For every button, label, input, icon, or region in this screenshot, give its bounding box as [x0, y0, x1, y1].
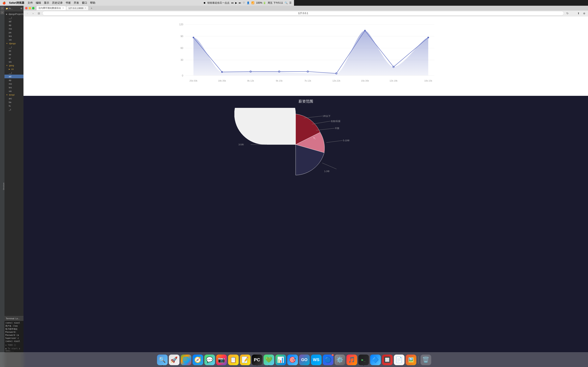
tree-item-ad2-active[interactable]: ad	[4, 75, 24, 78]
browser-tab-local[interactable]: 127.0.0.1:8000 ✕	[66, 6, 88, 10]
svg-text:25k-50k: 25k-50k	[190, 80, 198, 82]
menu-edit[interactable]: 编辑	[36, 1, 41, 5]
minimize-button[interactable]	[29, 7, 31, 9]
tab1-label: 拉勾网可视化数据后台	[39, 7, 61, 9]
tree-folder-gang[interactable]: ▼ gang	[4, 64, 24, 67]
media-prev[interactable]: ⏮	[231, 1, 233, 4]
tree-item-vie1[interactable]: vie	[4, 38, 24, 42]
ide-sidebar: 📁 Pr... ⚙ ▶ djangoProject12... __i ad ap	[4, 6, 24, 184]
apple-menu[interactable]: 🍎	[2, 1, 6, 4]
browser-toolbar: ‹ › ⊟ 127.0.0.1 ↻ ⬆ ⊕	[24, 11, 294, 16]
tab2-close[interactable]: ✕	[85, 7, 86, 9]
tree-item-ur[interactable]: ur	[4, 56, 24, 60]
ide-left-icons: P S	[0, 6, 4, 184]
media-play[interactable]: ▶	[235, 1, 237, 4]
area-fill	[194, 31, 294, 75]
media-next[interactable]: ⏭	[239, 1, 241, 4]
svg-text:8k-12k: 8k-12k	[247, 80, 254, 82]
maximize-button[interactable]	[32, 7, 35, 9]
svg-text:30: 30	[181, 58, 183, 61]
user-icon: 👤	[247, 1, 250, 4]
ide-settings-icon[interactable]: ⚙	[20, 7, 22, 9]
tree-item-fu[interactable]: fu	[4, 104, 24, 108]
line-chart-section: 120 90 60 30 0	[24, 16, 294, 96]
svg-text:90: 90	[181, 35, 183, 38]
browser-window: P S 📁 Pr... ⚙ ▶ djangoProject12... __i a…	[0, 6, 294, 184]
menu-items: 文件 编辑 显示 历史记录 书签 开发 窗口 帮助	[27, 1, 95, 5]
tree-item-pa[interactable]: pa	[4, 31, 24, 34]
record-icon: ⏺	[203, 1, 206, 4]
browser-main: 拉勾网可视化数据后台 ✕ 127.0.0.1:8000 ✕ + ‹ › ⊟ 12…	[24, 6, 294, 184]
tree-item-tes1[interactable]: tes	[4, 34, 24, 38]
macos-menubar: 🍎 Safari浏览器 文件 编辑 显示 历史记录 书签 开发 窗口 帮助 ⏺ …	[0, 0, 294, 6]
back-button[interactable]: ‹	[25, 11, 30, 16]
tree-item-se[interactable]: se	[4, 53, 24, 56]
app-name: Safari浏览器	[9, 1, 24, 5]
menu-history[interactable]: 历史记录	[52, 1, 63, 5]
svg-text:3-5年: 3-5年	[238, 143, 244, 146]
structure-tab[interactable]: Structure	[4, 183, 5, 184]
wifi-icon: 📶	[251, 1, 254, 4]
tree-folder-mi[interactable]: ▶ mi	[4, 67, 24, 71]
menu-window[interactable]: 窗口	[82, 1, 87, 5]
svg-text:120: 120	[179, 23, 183, 26]
tree-item-ws[interactable]: ws	[4, 60, 24, 64]
new-tab-button[interactable]: +	[89, 6, 94, 10]
tree-folder-templ[interactable]: ▼ templ	[4, 93, 24, 97]
menu-dev[interactable]: 开发	[74, 1, 79, 5]
line-chart-svg: 120 90 60 30 0	[27, 18, 294, 92]
address-bar[interactable]: 127.0.0.1	[42, 11, 294, 16]
datetime: 周五 下午5:11	[268, 1, 283, 5]
tree-item-mo2[interactable]: mo	[4, 82, 24, 86]
tree-item-vie2[interactable]: vie	[4, 89, 24, 93]
sidebar-toggle[interactable]: ⊟	[36, 11, 41, 16]
tree-item-djangoproject[interactable]: ▶ djangoProject12...	[4, 12, 24, 16]
tree-item-c[interactable]: _c	[4, 108, 24, 111]
ide-icon-structure[interactable]: S	[0, 11, 4, 14]
forward-button[interactable]: ›	[31, 11, 35, 16]
pie-chart-svg: 1年以下 在校/应届 不限 5-10年 1-3年	[234, 108, 294, 179]
ide-icon-project[interactable]: P	[0, 7, 4, 10]
menu-view[interactable]: 显示	[44, 1, 49, 5]
heart-icon: ♡	[243, 1, 245, 4]
svg-text:9k-15k: 9k-15k	[276, 80, 283, 82]
tree-item-ad1[interactable]: ad	[4, 20, 24, 23]
pie-chart-section: 薪资范围	[24, 96, 294, 184]
tree-item-ap2[interactable]: ap	[4, 78, 24, 82]
svg-text:0: 0	[182, 74, 183, 77]
tree-item-ap1[interactable]: ap	[4, 23, 24, 27]
battery-text: 100% 🔋	[256, 1, 266, 4]
page-content: 120 90 60 30 0	[24, 16, 294, 184]
address-url: 127.0.0.1	[44, 12, 294, 15]
notification-text: 轻轻靠近你又一点点	[208, 1, 229, 5]
svg-text:18k-35k: 18k-35k	[218, 80, 226, 82]
menu-bookmarks[interactable]: 书签	[66, 1, 71, 5]
menu-file[interactable]: 文件	[27, 1, 33, 5]
menu-help[interactable]: 帮助	[90, 1, 95, 5]
tree-item-init3[interactable]: __i	[4, 71, 24, 75]
tree-item-init2[interactable]: __i	[4, 45, 24, 49]
tree-item-tes2[interactable]: tes	[4, 86, 24, 89]
project-label: Pr...	[9, 7, 13, 10]
tree-item-as[interactable]: as	[4, 49, 24, 53]
ide-sidebar-header: 📁 Pr... ⚙	[4, 6, 24, 11]
close-button[interactable]	[25, 7, 27, 9]
tree-item-arc[interactable]: arc	[4, 97, 24, 100]
tab2-label: 127.0.0.1:8000	[68, 7, 83, 9]
svg-text:60: 60	[181, 47, 183, 50]
browser-tab-lagou[interactable]: 拉勾网可视化数据后台 ✕	[36, 6, 66, 10]
tree-folder-django[interactable]: ▼ django	[4, 42, 24, 45]
browser-tab-bar: 拉勾网可视化数据后台 ✕ 127.0.0.1:8000 ✕ +	[24, 6, 294, 11]
window-controls	[25, 7, 35, 9]
control-icon[interactable]: ☰	[289, 1, 292, 4]
search-icon[interactable]: 🔍	[285, 1, 288, 4]
browser-chrome: 拉勾网可视化数据后台 ✕ 127.0.0.1:8000 ✕ + ‹ › ⊟ 12…	[24, 6, 294, 16]
ide-file-tree: ▶ djangoProject12... __i ad ap mo pa	[4, 11, 24, 112]
data-point-2	[221, 71, 223, 73]
tree-item-mo1[interactable]: mo	[4, 27, 24, 31]
data-point-1	[193, 37, 194, 38]
tree-item-ba[interactable]: ba	[4, 100, 24, 104]
tree-item-init1[interactable]: __i	[4, 16, 24, 20]
pie-segment-large	[234, 108, 294, 145]
tab1-close[interactable]: ✕	[62, 7, 64, 9]
